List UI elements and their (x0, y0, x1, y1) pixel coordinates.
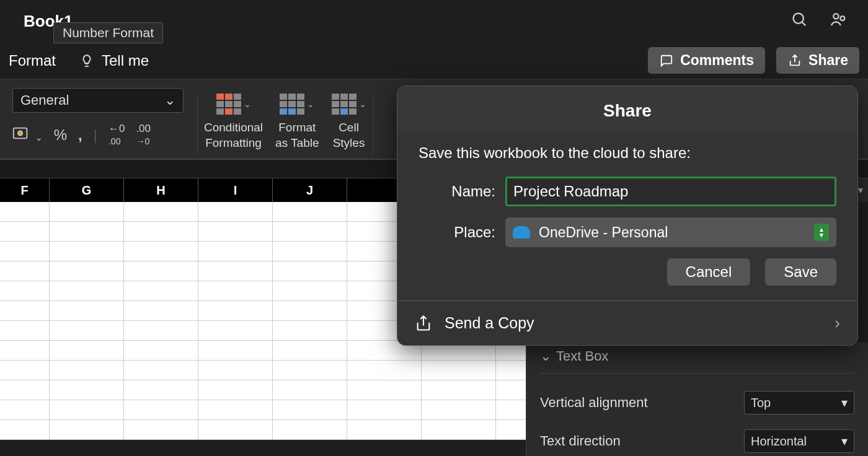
decrease-decimal-button[interactable]: ←0.00 (108, 123, 125, 147)
svg-point-0 (794, 14, 804, 24)
comma-format-button[interactable]: , (78, 126, 82, 144)
svg-point-5 (18, 131, 22, 135)
name-label: Name: (418, 183, 505, 200)
number-format-dropdown[interactable]: General ⌄ (12, 88, 184, 113)
vertical-alignment-label: Vertical alignment (540, 395, 648, 411)
place-label: Place: (418, 224, 505, 241)
chevron-right-icon: › (835, 314, 840, 333)
chevron-down-icon: ⌄ (244, 99, 251, 110)
svg-line-1 (802, 22, 806, 26)
accounting-format-button[interactable]: ⌄ (12, 126, 43, 144)
share-subtitle: Save this workbook to the cloud to share… (418, 144, 836, 162)
column-header[interactable]: H (124, 178, 198, 202)
comment-icon (659, 54, 674, 68)
search-icon[interactable] (791, 11, 808, 31)
conditional-formatting-icon (216, 94, 241, 115)
workbook-name-input[interactable] (505, 177, 836, 206)
menu-format[interactable]: Format (0, 47, 64, 74)
percent-format-button[interactable]: % (54, 126, 67, 144)
chevron-down-icon: ⌄ (540, 348, 551, 364)
caret-down-icon: ▾ (841, 434, 848, 449)
menubar: Format Tell me Comments Share (0, 42, 868, 79)
cancel-button[interactable]: Cancel (667, 258, 751, 286)
chevron-down-icon: ⌄ (359, 99, 366, 110)
caret-down-icon: ▾ (841, 395, 848, 410)
cell-styles-icon (332, 94, 356, 115)
share-icon (787, 54, 802, 68)
people-icon[interactable] (830, 11, 848, 31)
share-up-icon (415, 314, 432, 333)
chevron-down-icon: ⌄ (164, 92, 175, 108)
send-a-copy-row[interactable]: Send a Copy › (397, 300, 857, 345)
comments-button[interactable]: Comments (648, 47, 765, 74)
number-format-tooltip: Number Format (53, 22, 163, 43)
column-header[interactable]: J (273, 178, 347, 202)
share-button[interactable]: Share (776, 47, 859, 74)
text-direction-dropdown[interactable]: Horizontal ▾ (744, 429, 854, 453)
share-popover: Share Save this workbook to the cloud to… (397, 86, 858, 346)
save-location-dropdown[interactable]: OneDrive - Personal ▲▼ (505, 217, 836, 247)
tell-me-search[interactable]: Tell me (79, 52, 149, 69)
chevron-down-icon: ⌄ (307, 99, 314, 110)
table-icon (280, 94, 304, 115)
conditional-formatting-button[interactable]: ⌄ ConditionalFormatting (204, 90, 263, 151)
svg-point-2 (833, 14, 838, 19)
vertical-alignment-dropdown[interactable]: Top ▾ (744, 391, 854, 414)
save-button[interactable]: Save (765, 258, 836, 286)
onedrive-icon (513, 226, 530, 239)
svg-point-3 (840, 16, 844, 20)
column-header[interactable]: G (50, 178, 124, 202)
cell-styles-button[interactable]: ⌄ CellStyles (332, 90, 366, 151)
titlebar: Book1 Number Format (0, 0, 868, 42)
share-popover-title: Share (397, 86, 857, 133)
format-shape-panel: ⌄ Text Box Vertical alignment Top ▾ Text… (526, 342, 868, 456)
column-header[interactable]: I (198, 178, 273, 202)
increase-decimal-button[interactable]: .00→0 (136, 123, 151, 147)
text-box-section-toggle[interactable]: ⌄ Text Box (540, 344, 854, 374)
format-as-table-button[interactable]: ⌄ Formatas Table (275, 90, 319, 151)
column-header[interactable]: F (0, 178, 50, 202)
lightbulb-icon (79, 52, 94, 69)
updown-chevron-icon: ▲▼ (814, 224, 829, 241)
text-direction-label: Text direction (540, 433, 621, 449)
